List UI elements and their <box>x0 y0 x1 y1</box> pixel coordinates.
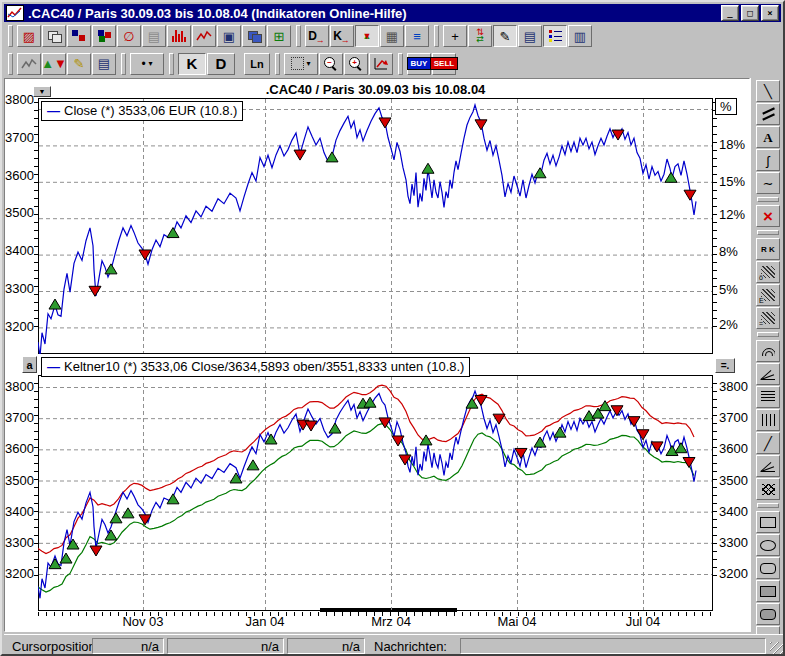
title-bar[interactable]: .CAC40 / Paris 30.09.03 bis 10.08.04 (In… <box>4 4 781 22</box>
refresh-chart-icon[interactable]: ⊞ <box>267 25 291 47</box>
fan-tool[interactable] <box>756 363 780 385</box>
rectangle-tool-glyph <box>760 517 776 528</box>
move-arrows-icon[interactable]: ⇅⇄ <box>468 25 492 47</box>
kurs-button[interactable]: K <box>178 53 206 75</box>
hatch-tool-o[interactable]: ö <box>756 261 780 283</box>
line-chart-icon[interactable] <box>192 25 216 47</box>
rounded-rect-tool[interactable] <box>756 557 780 579</box>
filled-rounded-rect-tool-glyph <box>760 609 776 620</box>
linked-squares-icon-glyph <box>72 30 78 36</box>
wave-tool[interactable]: ∼ <box>756 172 780 194</box>
speed-fan-tool[interactable] <box>756 455 780 477</box>
ellipse-tool[interactable] <box>756 534 780 556</box>
panel-a-button[interactable]: a <box>22 356 37 373</box>
delete-drawing-tool[interactable]: × <box>756 205 780 227</box>
panel-collapse-button[interactable]: ▼ <box>33 86 51 97</box>
differenz-button[interactable]: D <box>207 53 235 75</box>
scale-chart-icon[interactable] <box>369 53 393 75</box>
axis-tick-marks <box>713 383 717 579</box>
legend-list-icon-glyph <box>549 39 552 42</box>
sell-signal-marker <box>611 406 623 416</box>
table-grid-icon[interactable]: ▤ <box>142 25 166 47</box>
squiggle-tool[interactable]: ʃ <box>756 149 780 171</box>
buy-signal-marker <box>110 513 122 523</box>
zoom-in-icon[interactable]: + <box>344 53 368 75</box>
keltner-properties-button[interactable]: =. <box>715 358 735 373</box>
chart-area: .CAC40 / Paris 30.09.03 bis 10.08.04▼380… <box>4 78 750 632</box>
signals-icon[interactable]: ▲▼ <box>355 25 379 47</box>
linked-squares-icon[interactable] <box>67 25 91 47</box>
parallel-lines-tool[interactable] <box>756 103 780 125</box>
keltner-panel[interactable] <box>38 375 713 611</box>
sell-button[interactable]: SELL <box>432 53 456 75</box>
levels-icon[interactable]: ≡ <box>405 25 429 47</box>
filled-rect-tool[interactable] <box>756 580 780 602</box>
copy-pages-icon[interactable] <box>42 25 66 47</box>
rectangle-tool[interactable] <box>756 511 780 533</box>
signals-triangles-icon-glyph: ▲▼ <box>41 56 67 71</box>
no-edit-icon-glyph: ∅ <box>123 30 134 43</box>
zigzag-analysis-icon[interactable] <box>17 53 41 75</box>
toolbar-gripper <box>121 53 126 75</box>
regression-tool[interactable]: R K <box>756 238 780 260</box>
price-tick-label: 3700 <box>5 410 34 425</box>
cursor-x-field: n/a <box>92 638 164 654</box>
line-width-dropdown[interactable]: •▾ <box>130 53 164 75</box>
diagonal-line-tool[interactable]: ╱ <box>756 432 780 454</box>
histogram-icon[interactable] <box>167 25 191 47</box>
parallel-lines-tool-glyph <box>761 108 775 120</box>
cascade-windows-icon[interactable] <box>242 25 266 47</box>
regression-tool-glyph: R K <box>761 245 775 254</box>
keltner-legend[interactable]: —Keltner10 (*) 3533,06 Close/3634,5893 o… <box>41 357 470 377</box>
price-tick-label: 3300 <box>719 535 748 550</box>
diagonal-line-tool-glyph: ╱ <box>764 437 772 450</box>
horizontal-grid-tool[interactable] <box>756 386 780 408</box>
filled-rect-tool-glyph <box>760 586 776 597</box>
indicator-d-icon[interactable]: D→ <box>305 25 329 47</box>
presentation-icon[interactable]: ▣ <box>217 25 241 47</box>
trendline-tool[interactable]: ╲ <box>756 80 780 102</box>
close-legend[interactable]: —Close (*) 3533,06 EUR (10.8.) <box>41 101 243 121</box>
buy-signal-marker <box>420 435 432 445</box>
ln-button[interactable]: Ln <box>244 53 270 75</box>
hatch-tool-eq[interactable]: = <box>756 307 780 329</box>
draw-pen-icon[interactable]: ✎ <box>493 25 517 47</box>
grid-chart-icon-glyph: ▦ <box>386 30 398 43</box>
maximize-button[interactable]: □ <box>741 5 759 21</box>
grid-chart-icon[interactable]: ▦ <box>380 25 404 47</box>
selection-dropdown-glyph <box>291 57 304 70</box>
properties-icon[interactable]: ▤ <box>92 53 116 75</box>
squiggle-tool-glyph: ʃ <box>767 154 770 167</box>
buy-signal-marker <box>466 398 478 408</box>
filled-rounded-rect-tool[interactable] <box>756 603 780 625</box>
signals-triangles-icon[interactable]: ▲▼ <box>42 53 66 75</box>
no-edit-icon[interactable]: ∅ <box>117 25 141 47</box>
crosshatch-tool[interactable] <box>756 478 780 500</box>
text-tool[interactable]: A <box>756 126 780 148</box>
vertical-grid-tool[interactable] <box>756 409 780 431</box>
pencil-icon[interactable]: ✎ <box>67 53 91 75</box>
crosshair-icon[interactable]: + <box>443 25 467 47</box>
legend-list-icon[interactable] <box>543 25 567 47</box>
price-panel[interactable] <box>38 98 713 354</box>
minimize-button[interactable]: _ <box>721 5 739 21</box>
close-button[interactable]: × <box>761 5 779 21</box>
hierarchy-squares-icon[interactable] <box>92 25 116 47</box>
text-note-icon[interactable]: ▤ <box>518 25 542 47</box>
sell-signal-marker <box>90 546 102 556</box>
buy-button[interactable]: BUY <box>407 53 431 75</box>
layout-table-icon[interactable]: ▥ <box>568 25 592 47</box>
zoom-out-icon[interactable]: − <box>319 53 343 75</box>
percent-tick-label: 5% <box>719 282 738 297</box>
fan-tool-glyph <box>761 368 775 380</box>
hatch-tool-eq-glyph: = <box>761 312 775 324</box>
table-grid-icon-glyph: ▤ <box>148 30 160 43</box>
selection-dropdown[interactable]: ▾ <box>284 53 318 75</box>
hatch-tool-e[interactable]: E <box>756 284 780 306</box>
arcs-tool[interactable] <box>756 340 780 362</box>
new-chart-icon[interactable]: ▨ <box>17 25 41 47</box>
indicator-k-icon-glyph: K→ <box>333 29 351 43</box>
resize-grip[interactable] <box>770 642 783 655</box>
indicator-k-icon[interactable]: K→ <box>330 25 354 47</box>
trendline-tool-glyph: ╲ <box>764 85 772 98</box>
